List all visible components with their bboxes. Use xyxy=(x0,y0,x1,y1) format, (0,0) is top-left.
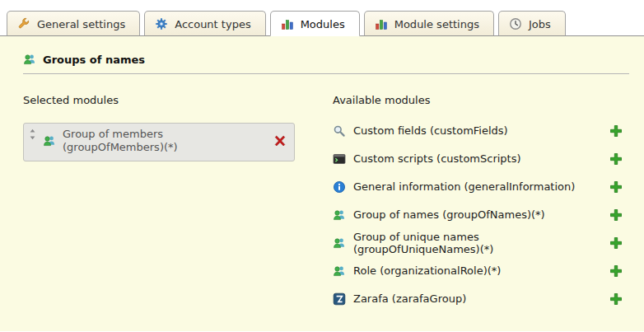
available-module-label: Role (organizationalRole)(*) xyxy=(353,264,501,277)
add-plus-icon[interactable] xyxy=(609,124,623,138)
modules-blocks-icon xyxy=(281,17,294,30)
tab-jobs[interactable]: Jobs xyxy=(498,11,566,36)
group-icon xyxy=(333,236,346,250)
selected-module-subtitle: (groupOfMembers)(*) xyxy=(63,141,178,154)
page-title: Groups of names xyxy=(23,53,636,66)
add-plus-icon[interactable] xyxy=(609,236,623,250)
clock-icon xyxy=(509,17,522,30)
group-icon xyxy=(333,264,346,278)
available-modules-label: Available modules xyxy=(333,94,623,106)
tab-bar: General settings Account types xyxy=(0,0,644,36)
selected-modules-column: Selected modules xyxy=(23,94,333,319)
magnifier-icon xyxy=(333,124,346,138)
module-settings-blocks-icon xyxy=(375,17,388,30)
selected-module-title: Group of members xyxy=(63,128,178,141)
add-plus-icon[interactable] xyxy=(609,292,623,306)
tab-label: Module settings xyxy=(394,18,479,30)
available-module-label: Zarafa (zarafaGroup) xyxy=(353,292,466,305)
script-icon xyxy=(333,152,346,166)
tab-label: Modules xyxy=(301,18,345,30)
info-icon xyxy=(333,180,346,194)
available-module-row: Zarafa (zarafaGroup) xyxy=(333,291,623,306)
tab-general-settings[interactable]: General settings xyxy=(7,11,140,36)
selected-modules-label: Selected modules xyxy=(23,94,333,106)
available-module-label: Custom scripts (customScripts) xyxy=(353,152,521,165)
tab-module-settings[interactable]: Module settings xyxy=(364,11,494,36)
add-plus-icon[interactable] xyxy=(609,180,623,194)
available-modules-column: Available modules Custom fields (customF… xyxy=(333,94,636,319)
wrench-icon xyxy=(17,17,30,30)
group-icon xyxy=(333,208,346,222)
delete-icon[interactable] xyxy=(273,134,287,147)
gear-icon xyxy=(155,17,168,30)
group-icon xyxy=(43,134,56,147)
heading-divider xyxy=(23,73,629,74)
tab-label: Jobs xyxy=(529,18,551,30)
available-module-label: Group of names (groupOfNames)(*) xyxy=(353,208,545,221)
modules-panel: Groups of names Selected modules xyxy=(0,36,644,331)
available-module-row: Group of names (groupOfNames)(*) xyxy=(333,207,623,222)
zarafa-icon xyxy=(333,292,346,306)
available-module-row: Custom scripts (customScripts) xyxy=(333,151,623,166)
tab-account-types[interactable]: Account types xyxy=(144,11,265,36)
available-module-label: Custom fields (customFields) xyxy=(353,124,508,137)
add-plus-icon[interactable] xyxy=(609,152,623,166)
available-module-row: Custom fields (customFields) xyxy=(333,123,623,138)
available-module-row: Role (organizationalRole)(*) xyxy=(333,263,623,278)
tab-label: General settings xyxy=(37,18,125,30)
available-module-row: General information (generalInformation) xyxy=(333,179,623,194)
group-icon xyxy=(23,53,36,66)
available-module-row: Group of unique names (groupOfUniqueName… xyxy=(333,235,623,250)
add-plus-icon[interactable] xyxy=(609,208,623,222)
available-module-label: General information (generalInformation) xyxy=(353,180,575,193)
available-module-label: Group of unique names (groupOfUniqueName… xyxy=(353,231,602,255)
add-plus-icon[interactable] xyxy=(609,264,623,278)
tab-label: Account types xyxy=(175,18,250,30)
selected-module-item[interactable]: Group of members (groupOfMembers)(*) xyxy=(23,123,295,161)
selected-module-text: Group of members (groupOfMembers)(*) xyxy=(63,128,178,155)
drag-handle-icon[interactable] xyxy=(29,129,36,140)
tab-modules[interactable]: Modules xyxy=(270,11,360,36)
